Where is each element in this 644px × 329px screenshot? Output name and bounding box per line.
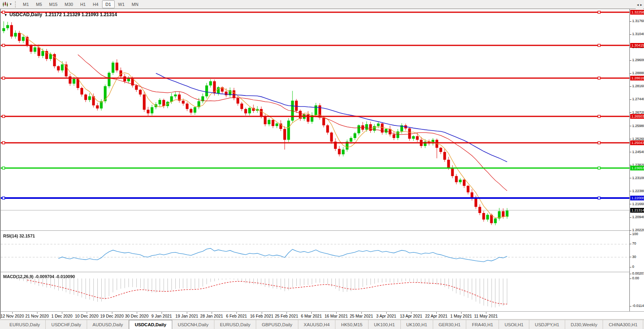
chart-tab-usdchf-daily[interactable]: USDCHF,Daily — [46, 320, 87, 329]
price-axis-tickmark — [630, 230, 631, 231]
price-axis-tickmark — [630, 165, 631, 165]
time-axis-date-label: 6 Feb 2021 — [226, 314, 247, 318]
chart-type-icon[interactable] — [2, 1, 9, 7]
price-axis-tick-label: 1.31040 — [632, 32, 644, 36]
chart-tab-usdjpy-h1[interactable]: USDJPY,H1 — [529, 320, 565, 329]
price-chart-canvas[interactable] — [1, 9, 629, 230]
sub-axis-tickmark — [630, 244, 631, 244]
rsi-axis-tick-label: 100 — [632, 232, 638, 236]
price-axis-tickmark — [630, 60, 631, 61]
current-price-badge: 1.21314 — [630, 208, 644, 213]
hline-price-badge: 1.32258 — [630, 10, 644, 15]
time-axis-date-label: 16 Feb 2021 — [250, 314, 274, 318]
panel-splitter[interactable] — [1, 230, 644, 231]
timeframe-button-mn[interactable]: MN — [128, 0, 142, 8]
chart-tab-eurusd-daily[interactable]: EURUSD,Daily — [214, 320, 256, 329]
macd-axis-tick-label: 0.00 — [632, 276, 639, 280]
timeframe-button-h1[interactable]: H1 — [76, 0, 89, 8]
time-axis-date-label: 25 Feb 2021 — [275, 314, 298, 318]
price-axis-tickmark — [630, 34, 631, 35]
time-axis-date-label: 1 May 2021 — [450, 314, 472, 318]
rsi-axis-tick-label: 30 — [632, 255, 636, 259]
time-axis-date-label: 16 Mar 2021 — [325, 314, 348, 318]
time-axis-date-label: 30 Dec 2020 — [125, 314, 149, 318]
chart-tab-usdcnh-daily[interactable]: USDCNH,Daily — [172, 320, 214, 329]
chart-tab-china300-h1[interactable]: CHINA300,H1 — [603, 320, 643, 329]
toolbar-grip-handle[interactable] — [15, 1, 17, 7]
candlestick-chart-icon — [2, 2, 9, 7]
sub-axis-tickmark — [630, 234, 631, 235]
chart-tab-gbpusd-daily[interactable]: GBPUSD,Daily — [256, 320, 298, 329]
chart-collapse-icon[interactable]: ▼ — [4, 13, 7, 17]
chart-tab-usoil-h1[interactable]: USOil,H1 — [499, 320, 529, 329]
time-axis-date-label: 3 Apr 2021 — [376, 314, 396, 318]
time-axis-date-label: 13 Apr 2021 — [400, 314, 423, 318]
chart-tab-xauusd-h4[interactable]: XAUUSD,H4 — [298, 320, 336, 329]
time-axis-date-label: 22 Apr 2021 — [425, 314, 448, 318]
timeframe-toolbar: ▾ M1M5M15M30H1H4D1W1MN — [0, 0, 644, 9]
chart-tab-uk100-h1[interactable]: UK100,H1 — [369, 320, 401, 329]
price-axis-tick-label: 1.28160 — [632, 84, 644, 88]
time-axis-date-label: 19 Dec 2020 — [100, 314, 124, 318]
timeframe-button-h4[interactable]: H4 — [89, 0, 102, 8]
hline-price-badge: 1.22000 — [630, 196, 644, 200]
price-axis-tickmark — [630, 21, 631, 22]
panel-splitter[interactable] — [1, 272, 644, 273]
time-axis-date-label: 11 May 2021 — [474, 314, 498, 318]
timeframe-button-m15[interactable]: M15 — [46, 0, 61, 8]
time-axis-date-label: 21 Nov 2020 — [25, 314, 49, 318]
price-axis-tickmark — [630, 152, 631, 152]
chart-type-dropdown-icon[interactable]: ▾ — [10, 2, 11, 6]
timeframe-button-d1[interactable]: D1 — [102, 0, 115, 8]
price-axis[interactable]: 1.317601.310401.303201.296001.288801.281… — [629, 9, 644, 311]
hline-price-badge: 1.25043 — [630, 140, 644, 145]
macd-indicator-canvas[interactable] — [1, 273, 629, 311]
rsi-indicator-label: RSI(14) 32.1571 — [3, 234, 35, 238]
time-axis-date-label: 12 Nov 2020 — [0, 314, 24, 318]
timeframe-button-w1[interactable]: W1 — [115, 0, 128, 8]
price-axis-tick-label: 1.28880 — [632, 71, 644, 75]
time-axis-date-label: 19 Jan 2021 — [175, 314, 198, 318]
price-axis-tick-label: 1.23100 — [632, 176, 644, 180]
time-axis-date-label: 28 Jan 2021 — [200, 314, 223, 318]
chart-tab-audusd-daily[interactable]: AUDUSD,Daily — [87, 320, 129, 329]
rsi-indicator-canvas[interactable] — [1, 232, 629, 272]
timeframe-button-m30[interactable]: M30 — [61, 0, 76, 8]
timeframe-button-m5[interactable]: M5 — [32, 0, 45, 8]
timeframe-button-m1[interactable]: M1 — [19, 0, 32, 8]
chart-tab-uk100-h1[interactable]: UK100,H1 — [401, 320, 433, 329]
chart-tab-eurusd-daily[interactable]: EURUSD,Daily — [4, 320, 46, 329]
price-axis-tick-label: 1.20220 — [632, 228, 644, 232]
macd-axis-tick-label: 0.00207 — [632, 271, 644, 275]
price-axis-tickmark — [630, 204, 631, 204]
price-axis-tickmark — [630, 217, 631, 218]
mt4-application: ▾ M1M5M15M30H1H4D1W1MN ▼USDCAD,Daily 1.2… — [0, 0, 644, 329]
price-axis-tickmark — [630, 139, 631, 139]
chart-tab-ger30-h1[interactable]: GER30,H1 — [433, 320, 467, 329]
price-axis-tickmark — [630, 126, 631, 126]
macd-indicator-label: MACD(12,26,9) -0.009704 -0.010090 — [3, 274, 75, 279]
time-axis-date-label: 1 Dec 2020 — [51, 314, 73, 318]
chart-ohlc-values: 1.21172 1.21329 1.21093 1.21314 — [45, 12, 117, 17]
time-axis[interactable]: 12 Nov 202021 Nov 20201 Dec 202010 Dec 2… — [1, 312, 644, 319]
sub-axis-tickmark — [630, 267, 631, 267]
price-axis-tickmark — [630, 112, 631, 113]
chart-tab-hk50-m15[interactable]: HK50,M15 — [335, 320, 368, 329]
timeframe-button-group: M1M5M15M30H1H4D1W1MN — [19, 0, 142, 8]
price-axis-tick-label: 1.29600 — [632, 58, 644, 62]
rsi-axis-tick-label: 70 — [632, 241, 636, 245]
price-axis-tickmark — [630, 178, 631, 178]
chart-tab-fra40-h1[interactable]: FRA40,H1 — [466, 320, 499, 329]
price-axis-tick-label: 1.22380 — [632, 189, 644, 193]
tab-scroll-left-icon[interactable]: ◂ — [637, 3, 639, 7]
price-axis-tick-label: 1.20940 — [632, 215, 644, 219]
time-axis-date-label: 10 Dec 2020 — [75, 314, 99, 318]
time-axis-date-label: 9 Jan 2021 — [151, 314, 172, 318]
chart-tab-usdcad-daily[interactable]: USDCAD,Daily — [129, 320, 172, 329]
rsi-axis-tick-label: 0 — [632, 265, 634, 269]
tab-scroll-buttons: ◂ ▸ — [636, 0, 643, 9]
tab-scroll-right-icon[interactable]: ▸ — [640, 3, 642, 7]
chart-tab-dj30-weekly[interactable]: DJ30,Weekly — [565, 320, 603, 329]
sub-axis-tickmark — [630, 306, 631, 307]
hline-price-badge: 1.30415 — [630, 43, 644, 48]
